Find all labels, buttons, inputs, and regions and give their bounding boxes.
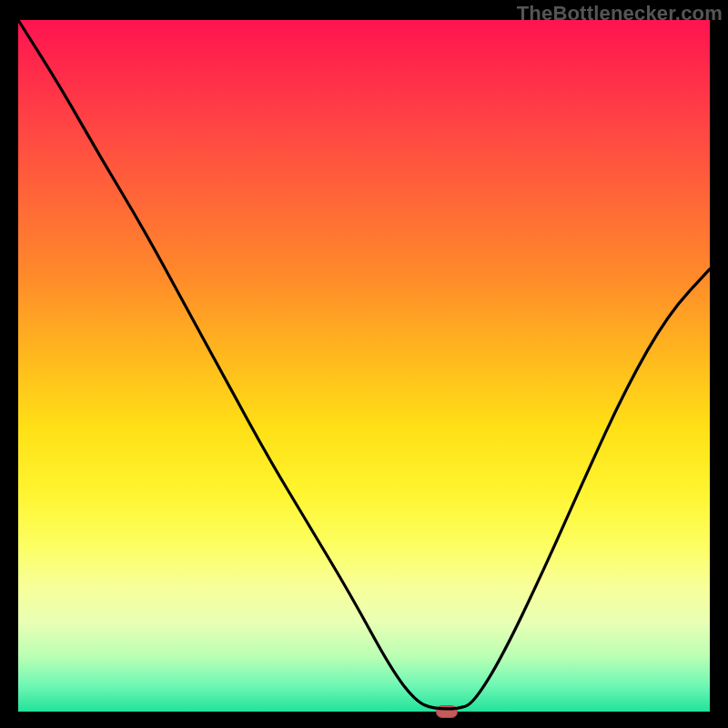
attribution-text: TheBottlenecker.com xyxy=(517,2,723,25)
plot-area xyxy=(18,20,710,712)
chart-frame: TheBottlenecker.com xyxy=(0,0,728,728)
bottleneck-marker xyxy=(436,705,458,718)
